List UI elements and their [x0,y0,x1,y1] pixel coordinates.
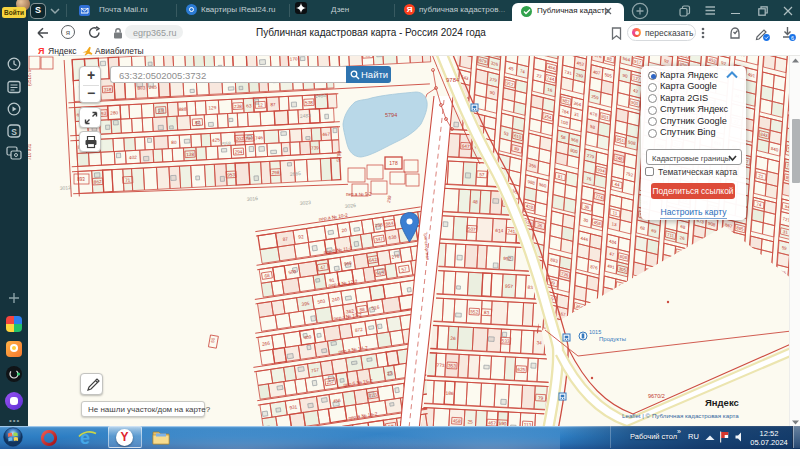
svg-text:773: 773 [437,363,445,368]
svg-text:S: S [11,127,17,137]
svg-text:739: 739 [311,145,319,150]
svg-text:129: 129 [208,105,216,110]
svg-text:пер.а № 9-2: пер.а № 9-2 [346,192,372,197]
svg-text:5794: 5794 [385,112,397,118]
svg-text:Яндекс: Яндекс [705,397,739,408]
svg-text:79: 79 [538,396,544,401]
svg-text:265: 265 [149,85,157,90]
svg-text:(051879: (051879 [28,69,32,86]
svg-text:9784: 9784 [446,77,460,83]
svg-text:3023: 3023 [299,199,311,206]
svg-text:467: 467 [322,132,330,137]
svg-text:57: 57 [479,172,485,177]
svg-text:Продукты: Продукты [599,336,626,342]
svg-text:19: 19 [158,108,164,113]
svg-text:402: 402 [129,155,137,160]
svg-text:318: 318 [103,87,111,92]
svg-text:178: 178 [389,160,398,166]
svg-text:Leaflet | © Публичная кадастро: Leaflet | © Публичная кадастровая карта [622,412,739,419]
svg-text:170: 170 [290,56,298,61]
svg-text:888: 888 [179,107,187,112]
svg-text:71: 71 [125,178,131,183]
svg-text:710 931: 710 931 [28,143,32,160]
svg-text:625: 625 [517,367,525,372]
svg-text:26: 26 [450,336,456,341]
svg-text:790: 790 [245,136,253,141]
svg-text:138: 138 [186,152,194,157]
svg-text:25: 25 [467,419,473,424]
svg-text:2483: 2483 [299,112,311,119]
svg-text:2464: 2464 [314,92,326,99]
svg-text:294: 294 [234,149,242,154]
svg-text:957: 957 [505,284,513,289]
svg-text:3012: 3012 [59,184,71,191]
svg-text:82: 82 [195,120,201,125]
svg-text:2558: 2558 [219,140,231,147]
svg-text:893: 893 [77,177,85,182]
svg-text:862: 862 [94,179,102,184]
svg-text:280: 280 [110,110,118,115]
svg-text:533: 533 [502,339,510,344]
svg-text:1015: 1015 [589,329,601,335]
svg-text:5794: 5794 [335,150,342,162]
svg-text:552: 552 [470,309,478,314]
svg-text:614: 614 [495,228,503,233]
svg-text:48: 48 [472,199,478,204]
svg-text:3016: 3016 [246,195,258,202]
svg-text:87: 87 [270,102,276,107]
svg-text:458: 458 [453,419,461,424]
svg-text:746: 746 [255,135,263,140]
svg-text:298: 298 [271,170,279,175]
svg-text:202: 202 [236,136,244,141]
svg-text:538: 538 [305,100,313,105]
svg-text:803: 803 [137,85,145,90]
svg-text:12: 12 [258,103,264,108]
svg-text:63: 63 [246,103,252,108]
svg-text:647: 647 [462,144,470,149]
svg-text:952: 952 [503,256,511,261]
svg-text:741: 741 [507,229,515,234]
svg-text:353: 353 [448,363,456,368]
svg-text:2665: 2665 [289,170,301,177]
svg-text:34: 34 [536,340,542,345]
svg-text:238: 238 [234,104,242,109]
svg-text:80: 80 [171,140,177,145]
svg-text:186: 186 [446,391,454,396]
svg-text:953: 953 [227,172,235,177]
svg-text:3026: 3026 [344,202,356,209]
svg-text:9670/2: 9670/2 [648,393,665,399]
svg-text:83: 83 [484,310,490,315]
svg-text:6: 6 [791,35,794,41]
svg-text:507: 507 [468,227,476,232]
